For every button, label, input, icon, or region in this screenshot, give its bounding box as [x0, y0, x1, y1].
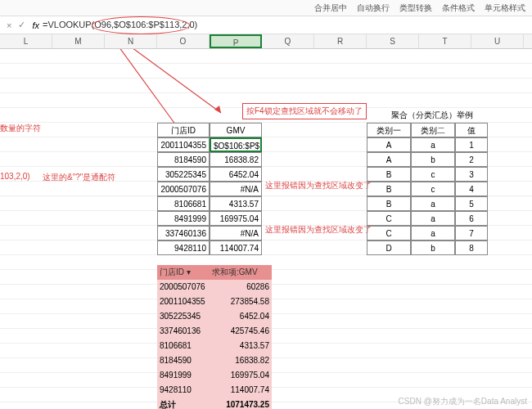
table-cell[interactable]: B	[367, 182, 411, 196]
table-cell[interactable]: B	[367, 196, 411, 211]
table-cell[interactable]: D	[367, 240, 411, 255]
table-cell[interactable]: 9428110	[157, 240, 210, 255]
annotation-char-count: 数量的字符	[0, 123, 41, 134]
table-cell[interactable]: 273854.58	[210, 294, 272, 309]
table-cell[interactable]: 305225345	[157, 167, 210, 182]
table-cell[interactable]: 2000507076	[157, 280, 210, 294]
table-cell[interactable]: b	[411, 240, 455, 255]
table-cell[interactable]: #N/A	[210, 226, 262, 240]
formula-input[interactable]: =VLOOKUP(O96,$O$106:$P$113,2,0)	[43, 20, 197, 30]
table-cell[interactable]: 169975.04	[210, 368, 272, 383]
formula-bar: × ✓ fx =VLOOKUP(O96,$O$106:$P$113,2,0)	[0, 16, 532, 34]
table-cell[interactable]: a	[411, 137, 455, 152]
table-cell[interactable]: B	[367, 167, 411, 182]
table-cell[interactable]: 3	[455, 167, 488, 182]
table-cell[interactable]: 305225345	[157, 309, 210, 324]
col-T[interactable]: T	[419, 34, 471, 48]
conditional-format[interactable]: 条件格式	[442, 2, 475, 14]
t2-header-store[interactable]: 门店ID ▾	[157, 265, 210, 280]
table-cell[interactable]: a	[411, 211, 455, 226]
table-cell[interactable]: 60286	[210, 280, 272, 294]
agg-h3[interactable]: 值	[455, 123, 488, 137]
table-cell[interactable]: C	[367, 226, 411, 240]
table-cell[interactable]: 4313.57	[210, 196, 262, 211]
table-cell[interactable]: a	[411, 196, 455, 211]
merge-center[interactable]: 合并居中	[314, 2, 347, 14]
table-cell[interactable]: 6	[455, 211, 488, 226]
table-cell[interactable]: 114007.74	[210, 240, 262, 255]
table-cell[interactable]: 16838.82	[210, 152, 262, 167]
cell-format[interactable]: 单元格样式	[485, 2, 525, 14]
t1-header-gmv[interactable]: GMV	[210, 123, 262, 137]
table-cell[interactable]: 8106681	[157, 196, 210, 211]
type-convert[interactable]: 类型转换	[399, 2, 432, 14]
table-cell[interactable]: 9428110	[157, 383, 210, 398]
col-R[interactable]: R	[314, 34, 367, 48]
table-cell[interactable]: 8184590	[157, 353, 210, 368]
table-cell[interactable]: 114007.74	[210, 383, 272, 398]
table-cell[interactable]: 4	[455, 182, 488, 196]
table-cell[interactable]: 8106681	[157, 339, 210, 353]
table-cell[interactable]: c	[411, 167, 455, 182]
table-cell[interactable]: 337460136	[157, 324, 210, 339]
table-cell[interactable]: 7	[455, 226, 488, 240]
table-cell[interactable]: 8491999	[157, 368, 210, 383]
fx-icon[interactable]: fx	[29, 20, 43, 30]
table-cell[interactable]: 425745.46	[210, 324, 272, 339]
table-cell[interactable]: 8	[455, 240, 488, 255]
col-N[interactable]: N	[105, 34, 157, 48]
col-Q[interactable]: Q	[262, 34, 314, 48]
svg-line-0	[115, 49, 180, 131]
table-cell[interactable]: 8184590	[157, 152, 210, 167]
t1-header-store[interactable]: 门店ID	[157, 123, 210, 137]
agg-h2[interactable]: 类别二	[411, 123, 455, 137]
table-cell[interactable]: 6452.04	[210, 309, 272, 324]
table-cell[interactable]: 6452.04	[210, 167, 262, 182]
table-cell[interactable]: a	[411, 226, 455, 240]
t2-header-sum[interactable]: 求和项:GMV	[210, 265, 272, 280]
table-cell[interactable]: 16838.82	[210, 353, 272, 368]
t2-total-label[interactable]: 总计	[157, 398, 210, 409]
table-cell[interactable]: c	[411, 182, 455, 196]
table-cell[interactable]: 2000507076	[157, 182, 210, 196]
svg-line-1	[123, 49, 221, 113]
col-U[interactable]: U	[471, 34, 524, 48]
table-cell[interactable]: 5	[455, 196, 488, 211]
agg-title: 聚合（分类汇总）举例	[367, 108, 498, 123]
table-cell[interactable]: A	[367, 152, 411, 167]
table-cell[interactable]: 2	[455, 152, 488, 167]
table-cell[interactable]: A	[367, 137, 411, 152]
col-S[interactable]: S	[367, 34, 419, 48]
agg-h1[interactable]: 类别一	[367, 123, 411, 137]
col-O[interactable]: O	[157, 34, 210, 48]
table-cell[interactable]: 169975.04	[210, 211, 262, 226]
table-cell[interactable]: 2001104355	[157, 294, 210, 309]
annotation-error1: 这里报错因为查找区域改变了	[265, 180, 372, 191]
table-cell[interactable]: 2001104355	[157, 137, 210, 152]
confirm-icon[interactable]: ✓	[15, 20, 29, 30]
col-M[interactable]: M	[52, 34, 105, 48]
toolbar: 合并居中 自动换行 类型转换 条件格式 单元格样式	[0, 0, 532, 16]
dropdown-icon[interactable]: ▾	[187, 267, 191, 276]
table-cell[interactable]: 337460136	[157, 226, 210, 240]
col-L[interactable]: L	[0, 34, 52, 48]
table-cell[interactable]: 4313.57	[210, 339, 272, 353]
annotation-wildcard: 这里的&"?"是通配符	[43, 172, 115, 183]
table-cell[interactable]: 1	[455, 137, 488, 152]
watermark: CSDN @努力成为一名Data Analyst	[399, 396, 527, 407]
cancel-icon[interactable]: ×	[3, 20, 15, 30]
table-cell[interactable]: $O$106:$P$11	[210, 137, 262, 152]
annotation-f4-lock: 按F4锁定查找区域就不会移动了	[242, 103, 367, 119]
table-cell[interactable]: #N/A	[210, 182, 262, 196]
annotation-formula-part: 103,2,0)	[0, 172, 30, 181]
table-cell[interactable]: 8491999	[157, 211, 210, 226]
svg-marker-3	[214, 106, 221, 113]
col-P[interactable]: P	[210, 34, 262, 48]
spreadsheet-grid[interactable]: 数量的字符 103,2,0) 这里的&"?"是通配符 按F4锁定查找区域就不会移…	[0, 49, 532, 409]
column-headers: L M N O P Q R S T U	[0, 34, 532, 49]
wrap-text[interactable]: 自动换行	[357, 2, 390, 14]
t2-total-value[interactable]: 1071473.25	[210, 398, 272, 409]
table-cell[interactable]: b	[411, 152, 455, 167]
annotation-error2: 这里报错因为查找区域改变了	[265, 224, 372, 236]
table-cell[interactable]: C	[367, 211, 411, 226]
